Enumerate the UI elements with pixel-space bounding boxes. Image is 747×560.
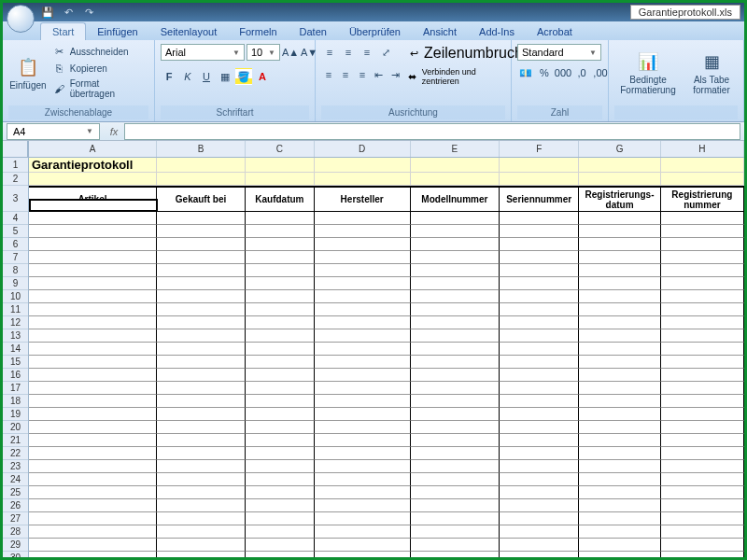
tab-addins[interactable]: Add-Ins	[468, 23, 526, 40]
cell[interactable]	[315, 473, 411, 486]
align-middle-button[interactable]: ≡	[340, 44, 357, 61]
cell[interactable]	[411, 290, 500, 303]
cell[interactable]	[500, 486, 579, 499]
cell[interactable]	[29, 460, 157, 473]
cell[interactable]	[157, 329, 246, 343]
number-format-combo[interactable]: Standard▼	[517, 44, 601, 61]
cell[interactable]	[29, 408, 157, 421]
cell[interactable]	[157, 369, 246, 382]
cell[interactable]	[315, 303, 411, 316]
row-header[interactable]: 25	[3, 486, 28, 499]
cell[interactable]	[500, 552, 579, 557]
cell[interactable]	[411, 251, 500, 264]
cell[interactable]	[579, 395, 660, 408]
cell[interactable]	[661, 525, 744, 539]
cell[interactable]	[246, 356, 314, 369]
cell[interactable]	[315, 173, 411, 186]
cell[interactable]	[661, 238, 744, 251]
cell[interactable]	[29, 212, 157, 225]
cell[interactable]	[661, 356, 744, 369]
cell[interactable]	[411, 329, 500, 343]
cell[interactable]	[661, 382, 744, 395]
cell[interactable]	[579, 290, 660, 303]
cell[interactable]	[411, 499, 500, 512]
align-center-button[interactable]: ≡	[338, 66, 353, 83]
cell[interactable]	[157, 408, 246, 421]
cell[interactable]	[411, 552, 500, 557]
cell[interactable]	[157, 264, 246, 277]
cut-button[interactable]: ✂Ausschneiden	[51, 44, 148, 59]
cell[interactable]	[246, 303, 314, 316]
row-header[interactable]: 28	[3, 525, 28, 539]
cell[interactable]	[500, 238, 579, 251]
cell[interactable]	[315, 395, 411, 408]
cell[interactable]	[157, 525, 246, 539]
cell[interactable]	[315, 212, 411, 225]
cell[interactable]	[579, 512, 660, 525]
cell[interactable]	[157, 499, 246, 512]
cell[interactable]	[411, 158, 500, 173]
cell[interactable]	[661, 421, 744, 434]
inc-decimal-button[interactable]: ,0	[573, 64, 590, 81]
row-header[interactable]: 6	[3, 238, 28, 251]
cell[interactable]	[315, 421, 411, 434]
cell[interactable]	[500, 356, 579, 369]
column-header[interactable]: G	[579, 141, 660, 157]
cell[interactable]	[500, 525, 579, 539]
cell[interactable]	[579, 539, 660, 552]
row-header[interactable]: 12	[3, 316, 28, 329]
cell[interactable]	[661, 290, 744, 303]
cell[interactable]	[579, 486, 660, 499]
cell[interactable]	[315, 486, 411, 499]
cell[interactable]	[29, 369, 157, 382]
cell[interactable]	[29, 447, 157, 460]
cell[interactable]	[157, 447, 246, 460]
cell[interactable]	[29, 290, 157, 303]
cell[interactable]	[661, 447, 744, 460]
cell[interactable]	[411, 434, 500, 447]
cell[interactable]	[500, 382, 579, 395]
tab-seitenlayout[interactable]: Seitenlayout	[149, 23, 229, 40]
cell[interactable]: Registrierung nummer	[661, 186, 744, 212]
cell[interactable]	[246, 486, 314, 499]
row-header[interactable]: 23	[3, 460, 28, 473]
cell[interactable]	[29, 421, 157, 434]
cell[interactable]	[579, 329, 660, 343]
cell[interactable]	[246, 264, 314, 277]
cell[interactable]	[315, 343, 411, 356]
cell[interactable]	[500, 447, 579, 460]
cell[interactable]	[411, 356, 500, 369]
cell[interactable]	[500, 499, 579, 512]
cell[interactable]	[157, 251, 246, 264]
cell[interactable]	[315, 316, 411, 329]
cell[interactable]	[157, 473, 246, 486]
wrap-text-button[interactable]: ↩Zeilenumbruch	[405, 44, 525, 63]
cell[interactable]	[661, 212, 744, 225]
cell[interactable]	[315, 460, 411, 473]
cell[interactable]	[411, 525, 500, 539]
italic-button[interactable]: K	[179, 68, 196, 85]
cell[interactable]	[411, 264, 500, 277]
cell[interactable]	[579, 173, 660, 186]
tab-einfuegen[interactable]: Einfügen	[86, 23, 148, 40]
cell[interactable]	[579, 382, 660, 395]
cell[interactable]	[29, 277, 157, 290]
cell[interactable]	[579, 552, 660, 557]
cell[interactable]	[157, 290, 246, 303]
cell[interactable]	[579, 212, 660, 225]
cell[interactable]	[661, 251, 744, 264]
align-left-button[interactable]: ≡	[321, 66, 336, 83]
cell[interactable]	[411, 512, 500, 525]
cell[interactable]	[411, 277, 500, 290]
cell[interactable]	[246, 395, 314, 408]
cell[interactable]	[500, 303, 579, 316]
cell[interactable]	[315, 382, 411, 395]
cell[interactable]	[500, 173, 579, 186]
cell[interactable]: Garantieprotokoll	[29, 158, 157, 173]
cell[interactable]	[246, 173, 314, 186]
qat-redo-icon[interactable]: ↷	[81, 5, 96, 20]
cell[interactable]	[411, 212, 500, 225]
cell[interactable]	[411, 238, 500, 251]
align-right-button[interactable]: ≡	[355, 66, 370, 83]
font-name-combo[interactable]: Arial▼	[161, 44, 245, 61]
